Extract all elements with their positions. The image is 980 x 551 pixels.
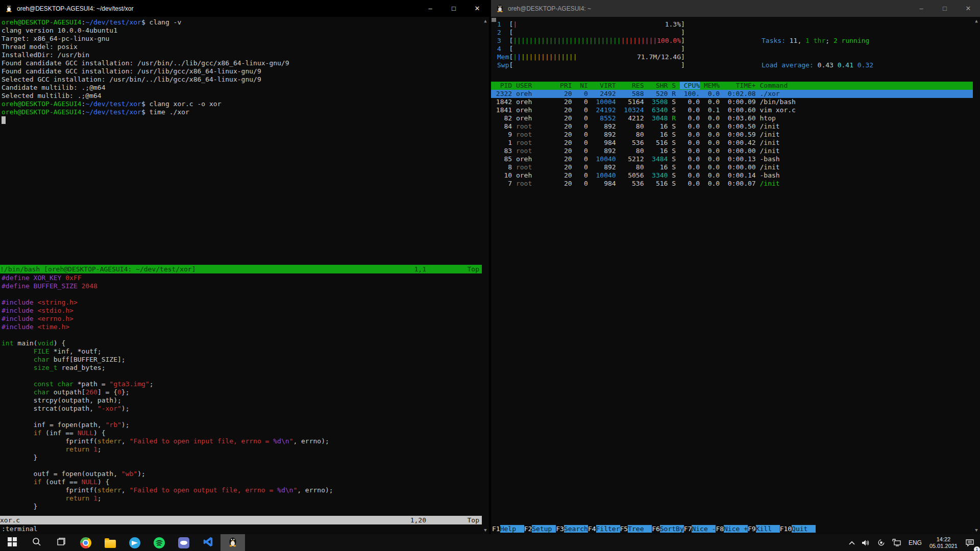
right-titlebar[interactable]: oreh@DESKTOP-AGESUI4: ~ – □ ✕ <box>491 0 980 17</box>
fkey-f10[interactable]: F10 <box>780 525 792 533</box>
scroll-down-icon[interactable]: ▼ <box>973 528 980 533</box>
process-row[interactable]: 82 oreh 20 0 8552 4212 3048 R 0.0 0.0 0:… <box>491 114 973 122</box>
fkey-f1[interactable]: F1 <box>492 525 500 533</box>
process-row[interactable]: 1842 oreh 20 0 10004 5164 3508 S 0.0 0.0… <box>491 98 973 106</box>
maximize-button[interactable]: □ <box>933 0 957 17</box>
fkey-f8-label[interactable]: Nice + <box>724 525 748 533</box>
discord-icon <box>178 537 189 548</box>
fkey-f7-label[interactable]: Nice - <box>692 525 716 533</box>
process-table[interactable]: PID USER PRI NI VIRT RES SHR S CPU% MEM%… <box>491 82 973 188</box>
right-scrollbar[interactable]: ▲ ▼ <box>973 17 980 534</box>
start-button[interactable] <box>0 534 24 551</box>
clock[interactable]: 14:22 05.01.2021 <box>925 536 962 549</box>
fkey-f8[interactable]: F8 <box>716 525 724 533</box>
minimize-button[interactable]: – <box>419 0 442 17</box>
close-button[interactable]: ✕ <box>465 0 489 17</box>
fkey-f9-label[interactable]: Kill <box>756 525 780 533</box>
statusline-buffer-name: !/bin/bash [oreh@DESKTOP-AGESUI4: ~/dev/… <box>0 265 196 273</box>
discord-button[interactable] <box>172 534 196 551</box>
vscode-button[interactable] <box>196 534 220 551</box>
statusline-scroll-position: Top <box>426 516 482 524</box>
telegram-button[interactable] <box>122 534 147 551</box>
chrome-icon <box>80 537 91 548</box>
vim-terminal-area[interactable]: oreh@DESKTOP-AGESUI4:~/dev/test/xor$ cla… <box>0 17 482 534</box>
process-row[interactable]: 7 root 20 0 984 536 516 S 0.0 0.0 0:00.0… <box>491 180 973 188</box>
notification-badge: 1 <box>974 546 980 551</box>
tux-icon <box>5 4 13 14</box>
chrome-button[interactable] <box>74 534 98 551</box>
left-titlebar[interactable]: oreh@DESKTOP-AGESUI4: ~/dev/test/xor – □… <box>0 0 489 17</box>
file-explorer-button[interactable] <box>98 534 122 551</box>
code-buffer-xor-c[interactable]: #define XOR_KEY 0xFF#define BUFFER_SIZE … <box>2 274 333 511</box>
task-view-icon <box>56 537 66 549</box>
start-icon <box>8 537 17 548</box>
htop-function-keys[interactable]: F1Help F2Setup F3SearchF4FilterF5Tree F6… <box>492 525 973 534</box>
fkey-f5[interactable]: F5 <box>620 525 628 533</box>
vim-command-line[interactable]: :terminal <box>2 525 37 533</box>
shell-output[interactable]: oreh@DESKTOP-AGESUI4:~/dev/test/xor$ cla… <box>2 18 289 124</box>
scroll-indicator-block <box>492 18 496 22</box>
wsl-tux-icon <box>228 536 237 549</box>
vscode-icon <box>203 536 214 549</box>
htop-pane[interactable]: 1[|1.3%]2[0.0%]3[|||||||||||||||||||||||… <box>491 17 973 534</box>
scroll-up-icon[interactable]: ▲ <box>973 18 980 23</box>
process-row[interactable]: 2322 oreh 20 0 2492 588 520 R 100. 0.0 0… <box>491 90 973 98</box>
process-row[interactable]: 84 root 20 0 892 80 16 S 0.0 0.0 0:00.50… <box>491 122 973 131</box>
spotify-icon <box>154 537 165 548</box>
fkey-f1-label[interactable]: Help <box>500 525 524 533</box>
process-row[interactable]: 1 root 20 0 984 536 516 S 0.0 0.0 0:00.4… <box>491 139 973 147</box>
left-scrollbar[interactable]: ▲ ▼ <box>482 17 489 534</box>
scroll-down-icon[interactable]: ▼ <box>482 528 489 533</box>
statusline-ruler: 1,1 <box>414 265 426 273</box>
task-view-button[interactable] <box>49 534 74 551</box>
fkey-f10-label[interactable]: Quit <box>792 525 816 533</box>
fkey-f6-label[interactable]: SortBy <box>660 525 684 533</box>
fkey-f3[interactable]: F3 <box>556 525 564 533</box>
windows-ink-icon[interactable] <box>874 534 889 551</box>
fkey-f5-label[interactable]: Tree <box>628 525 652 533</box>
vim-file-statusline: xor.c 1,20 Top <box>0 516 482 524</box>
left-window-title: oreh@DESKTOP-AGESUI4: ~/dev/test/xor <box>17 5 133 12</box>
search-button[interactable] <box>24 534 49 551</box>
htop-terminal-window: oreh@DESKTOP-AGESUI4: ~ – □ ✕ 1[|1.3%]2[… <box>491 0 980 534</box>
clock-time: 14:22 <box>937 536 951 542</box>
statusline-file-name: xor.c <box>0 516 20 524</box>
tux-icon <box>496 4 504 14</box>
taskbar: ENG 14:22 05.01.2021 1 <box>0 534 980 551</box>
language-indicator[interactable]: ENG <box>905 534 925 551</box>
volume-icon[interactable] <box>859 534 874 551</box>
vim-terminal-statusline: !/bin/bash [oreh@DESKTOP-AGESUI4: ~/dev/… <box>0 265 482 273</box>
fkey-f9[interactable]: F9 <box>748 525 756 533</box>
notification-center-button[interactable]: 1 <box>962 534 978 551</box>
statusline-ruler: 1,20 <box>410 516 426 524</box>
process-row[interactable]: 85 oreh 20 0 10040 5212 3484 S 0.0 0.0 0… <box>491 155 973 163</box>
network-icon[interactable] <box>889 534 905 551</box>
process-row[interactable]: 10 oreh 20 0 10040 5056 3340 S 0.0 0.0 0… <box>491 171 973 180</box>
process-row[interactable]: 83 root 20 0 892 80 16 S 0.0 0.0 0:00.00… <box>491 147 973 155</box>
system-tray: ENG 14:22 05.01.2021 1 <box>845 534 980 551</box>
scroll-up-icon[interactable]: ▲ <box>482 18 489 23</box>
process-row[interactable]: 8 root 20 0 892 80 16 S 0.0 0.0 0:00.00 … <box>491 163 973 171</box>
spotify-button[interactable] <box>147 534 172 551</box>
fkey-f4-label[interactable]: Filter <box>596 525 620 533</box>
fkey-f4[interactable]: F4 <box>588 525 596 533</box>
fkey-f7[interactable]: F7 <box>684 525 692 533</box>
maximize-button[interactable]: □ <box>442 0 465 17</box>
fkey-f3-label[interactable]: Search <box>564 525 588 533</box>
process-table-header[interactable]: PID USER PRI NI VIRT RES SHR S CPU% MEM%… <box>491 82 973 90</box>
right-window-title: oreh@DESKTOP-AGESUI4: ~ <box>508 5 591 12</box>
tray-chevron-button[interactable] <box>845 534 859 551</box>
process-row[interactable]: 1841 oreh 20 0 24192 10324 6340 S 0.0 0.… <box>491 106 973 114</box>
statusline-scroll-position: Top <box>426 265 482 273</box>
close-button[interactable]: ✕ <box>957 0 980 17</box>
telegram-icon <box>129 537 140 548</box>
minimize-button[interactable]: – <box>910 0 933 17</box>
process-row[interactable]: 9 root 20 0 892 80 16 S 0.0 0.0 0:00.59 … <box>491 131 973 139</box>
file-explorer-icon <box>105 540 116 548</box>
fkey-f2[interactable]: F2 <box>524 525 532 533</box>
fkey-f6[interactable]: F6 <box>652 525 660 533</box>
wsl-terminal-button[interactable] <box>220 534 245 551</box>
clock-date: 05.01.2021 <box>929 543 958 549</box>
search-icon <box>32 537 42 549</box>
fkey-f2-label[interactable]: Setup <box>532 525 556 533</box>
